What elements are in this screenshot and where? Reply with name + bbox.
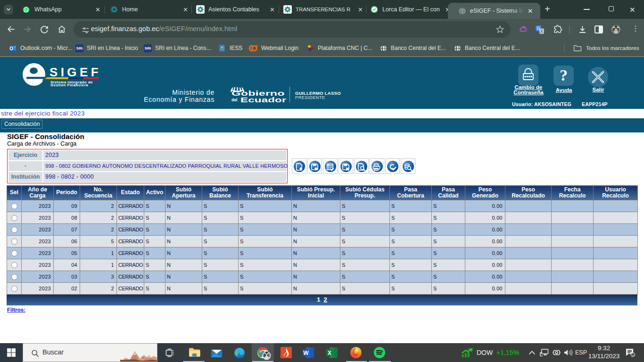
svg-text:W: W [303,350,309,356]
svg-text:1: 1 [632,353,634,357]
svg-text:X: X [328,350,331,356]
